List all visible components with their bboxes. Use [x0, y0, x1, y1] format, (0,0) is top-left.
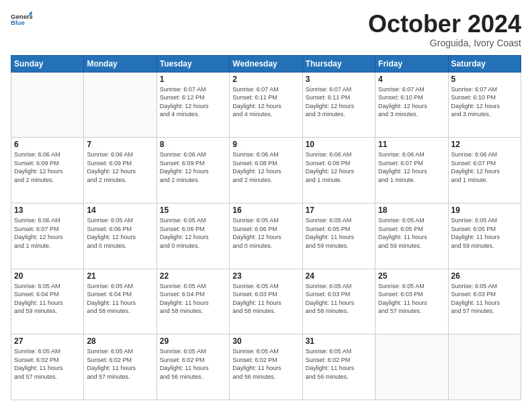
day-number: 5 [451, 75, 518, 84]
day-cell-18: 18Sunrise: 6:05 AM Sunset: 6:05 PM Dayli… [375, 203, 448, 269]
day-info: Sunrise: 6:05 AM Sunset: 6:03 PM Dayligh… [378, 282, 445, 316]
calendar-week-3: 13Sunrise: 6:06 AM Sunset: 6:07 PM Dayli… [11, 203, 521, 269]
day-cell-30: 30Sunrise: 6:05 AM Sunset: 6:02 PM Dayli… [230, 334, 302, 400]
day-info: Sunrise: 6:06 AM Sunset: 6:07 PM Dayligh… [378, 150, 445, 184]
col-header-wednesday: Wednesday [230, 55, 302, 72]
day-number: 28 [87, 336, 153, 346]
day-cell-21: 21Sunrise: 6:05 AM Sunset: 6:04 PM Dayli… [84, 269, 157, 334]
month-title: October 2024 [368, 11, 521, 38]
day-number: 31 [306, 336, 372, 346]
col-header-monday: Monday [84, 55, 157, 72]
header: General Blue October 2024 Groguida, Ivor… [11, 11, 521, 48]
day-info: Sunrise: 6:06 AM Sunset: 6:09 PM Dayligh… [160, 150, 226, 184]
title-block: October 2024 Groguida, Ivory Coast [368, 11, 521, 48]
day-info: Sunrise: 6:07 AM Sunset: 6:10 PM Dayligh… [378, 85, 445, 119]
day-info: Sunrise: 6:06 AM Sunset: 6:07 PM Dayligh… [14, 216, 81, 250]
day-number: 9 [232, 140, 299, 149]
day-info: Sunrise: 6:05 AM Sunset: 6:06 PM Dayligh… [160, 216, 226, 250]
day-number: 7 [87, 140, 153, 149]
col-header-thursday: Thursday [302, 55, 375, 72]
day-info: Sunrise: 6:07 AM Sunset: 6:11 PM Dayligh… [232, 85, 299, 119]
day-cell-2: 2Sunrise: 6:07 AM Sunset: 6:11 PM Daylig… [230, 72, 302, 138]
day-cell-19: 19Sunrise: 6:05 AM Sunset: 6:05 PM Dayli… [448, 203, 521, 269]
day-number: 4 [378, 75, 445, 84]
day-cell-1: 1Sunrise: 6:07 AM Sunset: 6:12 PM Daylig… [157, 72, 229, 138]
day-number: 18 [378, 205, 445, 215]
day-cell-4: 4Sunrise: 6:07 AM Sunset: 6:10 PM Daylig… [375, 72, 448, 138]
logo: General Blue [11, 11, 32, 30]
day-cell-26: 26Sunrise: 6:05 AM Sunset: 6:03 PM Dayli… [448, 269, 521, 334]
day-info: Sunrise: 6:05 AM Sunset: 6:05 PM Dayligh… [306, 216, 372, 250]
day-cell-17: 17Sunrise: 6:05 AM Sunset: 6:05 PM Dayli… [302, 203, 375, 269]
logo-icon: General Blue [11, 11, 32, 30]
empty-cell [448, 334, 521, 400]
day-info: Sunrise: 6:06 AM Sunset: 6:07 PM Dayligh… [451, 150, 518, 184]
svg-text:Blue: Blue [11, 19, 25, 26]
day-cell-28: 28Sunrise: 6:05 AM Sunset: 6:02 PM Dayli… [84, 334, 157, 400]
day-info: Sunrise: 6:05 AM Sunset: 6:04 PM Dayligh… [160, 282, 226, 316]
day-cell-3: 3Sunrise: 6:07 AM Sunset: 6:11 PM Daylig… [302, 72, 375, 138]
col-header-tuesday: Tuesday [157, 55, 229, 72]
day-cell-31: 31Sunrise: 6:05 AM Sunset: 6:02 PM Dayli… [302, 334, 375, 400]
day-cell-16: 16Sunrise: 6:05 AM Sunset: 6:06 PM Dayli… [230, 203, 302, 269]
empty-cell [11, 72, 84, 138]
empty-cell [375, 334, 448, 400]
day-cell-25: 25Sunrise: 6:05 AM Sunset: 6:03 PM Dayli… [375, 269, 448, 334]
day-info: Sunrise: 6:05 AM Sunset: 6:03 PM Dayligh… [451, 282, 518, 316]
day-number: 22 [160, 271, 226, 281]
day-number: 24 [306, 271, 372, 281]
calendar-week-2: 6Sunrise: 6:06 AM Sunset: 6:09 PM Daylig… [11, 138, 521, 203]
day-number: 26 [451, 271, 518, 281]
day-info: Sunrise: 6:07 AM Sunset: 6:11 PM Dayligh… [306, 85, 372, 119]
day-cell-14: 14Sunrise: 6:05 AM Sunset: 6:06 PM Dayli… [84, 203, 157, 269]
day-number: 16 [232, 205, 299, 215]
day-info: Sunrise: 6:05 AM Sunset: 6:04 PM Dayligh… [87, 282, 153, 316]
calendar-week-1: 1Sunrise: 6:07 AM Sunset: 6:12 PM Daylig… [11, 72, 521, 138]
day-number: 14 [87, 205, 153, 215]
day-number: 17 [306, 205, 372, 215]
day-cell-6: 6Sunrise: 6:06 AM Sunset: 6:09 PM Daylig… [11, 138, 84, 203]
day-cell-10: 10Sunrise: 6:06 AM Sunset: 6:08 PM Dayli… [302, 138, 375, 203]
day-number: 8 [160, 140, 226, 149]
day-cell-11: 11Sunrise: 6:06 AM Sunset: 6:07 PM Dayli… [375, 138, 448, 203]
day-number: 15 [160, 205, 226, 215]
day-number: 1 [160, 75, 226, 84]
day-info: Sunrise: 6:05 AM Sunset: 6:05 PM Dayligh… [378, 216, 445, 250]
day-cell-7: 7Sunrise: 6:06 AM Sunset: 6:09 PM Daylig… [84, 138, 157, 203]
day-cell-24: 24Sunrise: 6:05 AM Sunset: 6:03 PM Dayli… [302, 269, 375, 334]
day-cell-8: 8Sunrise: 6:06 AM Sunset: 6:09 PM Daylig… [157, 138, 229, 203]
day-cell-23: 23Sunrise: 6:05 AM Sunset: 6:03 PM Dayli… [230, 269, 302, 334]
day-info: Sunrise: 6:05 AM Sunset: 6:02 PM Dayligh… [14, 347, 81, 381]
day-info: Sunrise: 6:06 AM Sunset: 6:08 PM Dayligh… [306, 150, 372, 184]
day-cell-22: 22Sunrise: 6:05 AM Sunset: 6:04 PM Dayli… [157, 269, 229, 334]
empty-cell [84, 72, 157, 138]
col-header-saturday: Saturday [448, 55, 521, 72]
day-info: Sunrise: 6:07 AM Sunset: 6:10 PM Dayligh… [451, 85, 518, 119]
day-info: Sunrise: 6:05 AM Sunset: 6:05 PM Dayligh… [451, 216, 518, 250]
day-number: 12 [451, 140, 518, 149]
day-info: Sunrise: 6:05 AM Sunset: 6:03 PM Dayligh… [306, 282, 372, 316]
day-number: 29 [160, 336, 226, 346]
day-cell-9: 9Sunrise: 6:06 AM Sunset: 6:08 PM Daylig… [230, 138, 302, 203]
day-info: Sunrise: 6:05 AM Sunset: 6:06 PM Dayligh… [87, 216, 153, 250]
day-info: Sunrise: 6:05 AM Sunset: 6:06 PM Dayligh… [232, 216, 299, 250]
day-number: 23 [232, 271, 299, 281]
day-cell-15: 15Sunrise: 6:05 AM Sunset: 6:06 PM Dayli… [157, 203, 229, 269]
day-info: Sunrise: 6:05 AM Sunset: 6:03 PM Dayligh… [232, 282, 299, 316]
day-info: Sunrise: 6:05 AM Sunset: 6:02 PM Dayligh… [160, 347, 226, 381]
day-info: Sunrise: 6:05 AM Sunset: 6:02 PM Dayligh… [87, 347, 153, 381]
col-header-sunday: Sunday [11, 55, 84, 72]
day-cell-13: 13Sunrise: 6:06 AM Sunset: 6:07 PM Dayli… [11, 203, 84, 269]
day-number: 21 [87, 271, 153, 281]
day-info: Sunrise: 6:05 AM Sunset: 6:04 PM Dayligh… [14, 282, 81, 316]
calendar-week-5: 27Sunrise: 6:05 AM Sunset: 6:02 PM Dayli… [11, 334, 521, 400]
day-info: Sunrise: 6:06 AM Sunset: 6:09 PM Dayligh… [87, 150, 153, 184]
day-number: 6 [14, 140, 81, 149]
day-number: 20 [14, 271, 81, 281]
day-number: 13 [14, 205, 81, 215]
calendar-table: SundayMondayTuesdayWednesdayThursdayFrid… [11, 55, 521, 400]
day-number: 30 [232, 336, 299, 346]
day-info: Sunrise: 6:06 AM Sunset: 6:08 PM Dayligh… [232, 150, 299, 184]
day-info: Sunrise: 6:07 AM Sunset: 6:12 PM Dayligh… [160, 85, 226, 119]
day-cell-29: 29Sunrise: 6:05 AM Sunset: 6:02 PM Dayli… [157, 334, 229, 400]
